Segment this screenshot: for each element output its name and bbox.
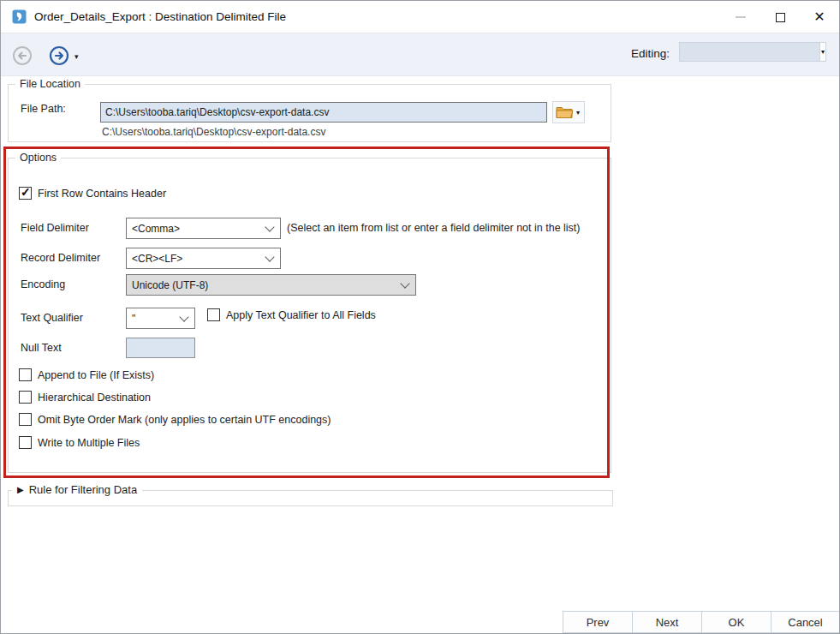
file-path-label: File Path: xyxy=(21,103,66,115)
field-delimiter-label: Field Delimiter xyxy=(21,222,89,234)
window-title: Order_Details_Export : Destination Delim… xyxy=(34,10,286,23)
checkbox-label: Append to File (If Exists) xyxy=(38,369,154,381)
first-row-header-checkbox[interactable]: ✓ First Row Contains Header xyxy=(19,187,166,200)
field-delimiter-combo[interactable]: <Comma> xyxy=(126,218,281,239)
app-document-icon xyxy=(12,9,27,24)
checkbox-label: First Row Contains Header xyxy=(38,188,166,200)
rule-filtering-label: Rule for Filtering Data xyxy=(29,483,137,496)
close-button[interactable]: ✕ xyxy=(800,1,839,33)
title-bar: Order_Details_Export : Destination Delim… xyxy=(1,1,839,33)
editing-label: Editing: xyxy=(631,47,670,60)
forward-button[interactable] xyxy=(49,45,69,66)
back-button[interactable] xyxy=(12,45,33,66)
editing-dropdown-value[interactable] xyxy=(680,43,819,61)
options-group: Options ✓ First Row Contains Header Fiel… xyxy=(8,158,611,473)
checkbox-box[interactable]: ✓ xyxy=(19,436,32,449)
omit-bom-checkbox[interactable]: ✓ Omit Byte Order Mark (only applies to … xyxy=(19,413,331,426)
append-to-file-checkbox[interactable]: ✓ Append to File (If Exists) xyxy=(19,368,154,381)
minimize-button[interactable] xyxy=(721,1,760,33)
close-icon: ✕ xyxy=(813,10,825,24)
maximize-button[interactable] xyxy=(760,1,800,33)
browse-file-button[interactable]: ▾ xyxy=(552,101,585,123)
window-controls: ✕ xyxy=(721,1,839,33)
text-qualifier-value: " xyxy=(127,313,174,325)
encoding-value: Unicode (UTF-8) xyxy=(127,279,395,291)
editing-dropdown[interactable]: ▾ xyxy=(679,42,826,62)
field-delimiter-value: <Comma> xyxy=(127,223,259,235)
file-path-input[interactable] xyxy=(100,102,547,123)
checkbox-box[interactable]: ✓ xyxy=(19,391,32,404)
record-delimiter-value: <CR><LF> xyxy=(127,253,259,265)
rule-filtering-expander[interactable]: ▶ Rule for Filtering Data xyxy=(12,483,142,496)
options-group-label: Options xyxy=(15,151,61,165)
file-location-group: File Location File Path: ▾ C:\Users\toob… xyxy=(8,84,611,142)
cancel-button[interactable]: Cancel xyxy=(771,611,840,633)
expander-triangle-icon[interactable]: ▶ xyxy=(17,485,24,494)
ok-button[interactable]: OK xyxy=(701,611,771,633)
minimize-icon xyxy=(736,16,746,18)
dialog-window: Order_Details_Export : Destination Delim… xyxy=(0,0,840,634)
file-location-group-label: File Location xyxy=(15,77,85,92)
checkbox-box[interactable]: ✓ xyxy=(207,308,220,321)
chevron-down-icon[interactable] xyxy=(395,275,415,295)
chevron-down-icon[interactable] xyxy=(259,218,280,238)
checkbox-label: Omit Byte Order Mark (only applies to ce… xyxy=(38,414,331,426)
text-qualifier-label: Text Qualifier xyxy=(21,312,83,324)
checkmark-icon: ✓ xyxy=(21,185,31,199)
folder-icon xyxy=(556,105,574,119)
chevron-down-icon[interactable] xyxy=(174,308,194,328)
field-delimiter-hint: (Select an item from list or enter a fie… xyxy=(287,222,581,234)
hierarchical-destination-checkbox[interactable]: ✓ Hierarchical Destination xyxy=(19,391,151,404)
chevron-down-icon[interactable] xyxy=(259,248,280,268)
next-button[interactable]: Next xyxy=(632,611,702,633)
null-text-label: Null Text xyxy=(21,342,62,354)
rule-filtering-group: ▶ Rule for Filtering Data xyxy=(8,490,613,506)
checkbox-box[interactable]: ✓ xyxy=(19,368,32,381)
checkbox-label: Write to Multiple Files xyxy=(38,437,140,449)
checkbox-box[interactable]: ✓ xyxy=(19,413,32,426)
chevron-down-icon[interactable]: ▾ xyxy=(819,43,825,61)
prev-button[interactable]: Prev xyxy=(563,611,633,633)
null-text-input[interactable] xyxy=(126,338,195,358)
encoding-combo[interactable]: Unicode (UTF-8) xyxy=(126,274,416,296)
file-path-display: C:\Users\tooba.tariq\Desktop\csv-export-… xyxy=(102,126,325,138)
write-multiple-files-checkbox[interactable]: ✓ Write to Multiple Files xyxy=(19,436,140,449)
forward-dropdown-caret-icon[interactable]: ▾ xyxy=(74,52,79,61)
browse-dropdown-caret-icon[interactable]: ▾ xyxy=(576,109,580,117)
text-qualifier-combo[interactable]: " xyxy=(126,308,195,329)
checkbox-label: Hierarchical Destination xyxy=(38,392,151,404)
record-delimiter-label: Record Delimiter xyxy=(21,252,100,264)
apply-qualifier-checkbox[interactable]: ✓ Apply Text Qualifier to All Fields xyxy=(207,308,376,321)
record-delimiter-combo[interactable]: <CR><LF> xyxy=(126,248,281,269)
encoding-label: Encoding xyxy=(21,278,65,290)
checkbox-box[interactable]: ✓ xyxy=(19,187,32,200)
maximize-icon xyxy=(776,13,785,22)
checkbox-label: Apply Text Qualifier to All Fields xyxy=(226,309,376,321)
